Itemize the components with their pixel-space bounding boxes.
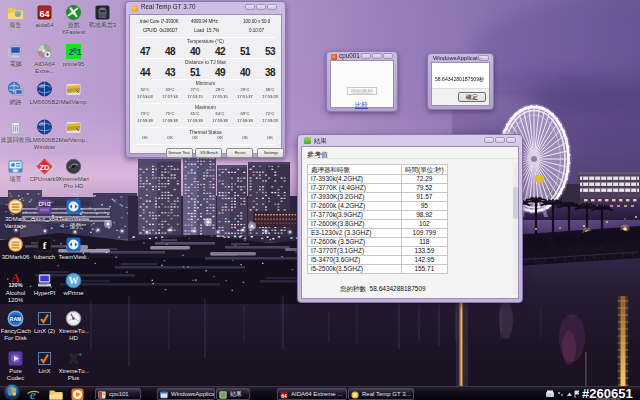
svg-text:64: 64 [39,9,49,19]
svg-text:120%: 120% [8,282,22,288]
svg-text:e: e [30,388,36,400]
svg-text:-1: -1 [74,47,82,57]
svg-text:RAM: RAM [10,316,21,322]
svg-text:X: X [69,351,78,366]
svg-text:ZD: ZD [40,163,51,172]
svg-text:f: f [43,239,47,251]
svg-text:CPUZ: CPUZ [38,202,51,207]
svg-text:64: 64 [281,393,287,399]
svg-text:W: W [69,275,79,286]
svg-text:+: + [79,351,83,357]
